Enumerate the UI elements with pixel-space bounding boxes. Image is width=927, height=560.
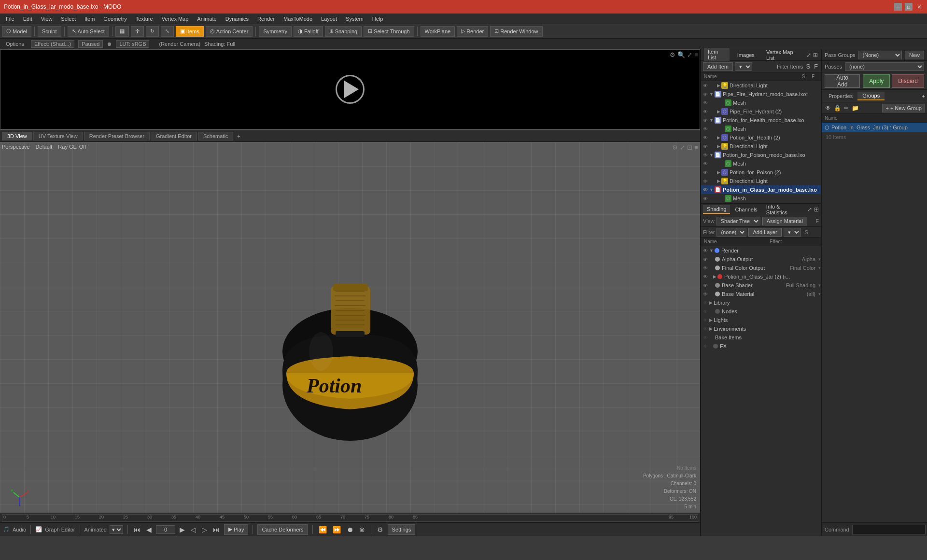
- tree-item-potion-poison-group[interactable]: 👁 ▶ ⬡ Potion_for_Poison (2): [701, 168, 821, 177]
- auto-select-button[interactable]: ↖ Auto Select: [68, 26, 109, 37]
- shade-eye-bake[interactable]: 👁: [703, 335, 708, 340]
- cache-deformers-button[interactable]: Cache Deformers: [257, 524, 308, 535]
- 3d-viewport[interactable]: Perspective Default Ray GL: Off ⚙ ⤢ ⊡ ≡: [0, 142, 700, 513]
- tree-item-potion-glass-jar-file[interactable]: 👁 ▼ 📄 Potion_in_Glass_Jar_modo_base.lxo: [701, 185, 821, 194]
- workplane-button[interactable]: WorkPlane: [421, 26, 455, 37]
- prev-key-icon[interactable]: ⏪: [317, 526, 328, 533]
- tree-item-directional-light-3[interactable]: 👁 ▶ 💡 Directional Light: [701, 177, 821, 185]
- menu-view[interactable]: View: [37, 15, 56, 23]
- tree-item-pipe-fire-hydrant-file[interactable]: 👁 ▼ 📄 Pipe_Fire_Hydrant_modo_base.lxo*: [701, 90, 821, 98]
- shade-eye-library[interactable]: 👁: [703, 300, 708, 306]
- shade-eye-alpha[interactable]: 👁: [703, 257, 708, 262]
- shade-arrow-potion[interactable]: ▶: [713, 274, 716, 279]
- group-item-potion-glass-jar[interactable]: ⬡ Potion_in_Glass_Jar (3) : Group: [822, 123, 927, 132]
- maximize-button[interactable]: □: [905, 3, 913, 11]
- tab-properties[interactable]: Properties: [824, 92, 857, 100]
- shade-eye-potion[interactable]: 👁: [703, 274, 708, 280]
- apply-button[interactable]: Apply: [863, 74, 890, 88]
- lock-icon-groups[interactable]: 🔒: [832, 105, 843, 112]
- eye-toggle-1[interactable]: 👁: [703, 83, 708, 88]
- add-item-button[interactable]: Add Item: [703, 62, 733, 71]
- render-window-button[interactable]: ⊡ Render Window: [490, 26, 542, 37]
- tree-item-directional-light-1[interactable]: 👁 ▶ 💡 Directional Light: [701, 81, 821, 90]
- menu-animate[interactable]: Animate: [193, 15, 220, 23]
- viewport-zoom-icon[interactable]: 🔍: [677, 51, 685, 58]
- tree-item-potion-health-file[interactable]: 👁 ▼ 📄 Potion_for_Health_modo_base.lxo: [701, 116, 821, 125]
- tree-item-potion-health-group[interactable]: 👁 ▶ ⬡ Potion_for_Health (2): [701, 133, 821, 142]
- viewport-expand-icon[interactable]: ⤢: [687, 51, 692, 58]
- groups-content[interactable]: ⬡ Potion_in_Glass_Jar (3) : Group 10 Ite…: [822, 123, 927, 522]
- item-list-content[interactable]: 👁 ▶ 💡 Directional Light 👁 ▼ 📄 Pipe_Fire_…: [701, 81, 821, 203]
- assign-material-button[interactable]: Assign Material: [762, 217, 807, 225]
- tab-3d-view[interactable]: 3D View: [2, 132, 32, 140]
- eye-toggle-2[interactable]: 👁: [703, 92, 708, 97]
- shade-eye-base-shader[interactable]: 👁: [703, 283, 708, 288]
- passes-dropdown[interactable]: (none): [845, 62, 924, 71]
- eye-toggle-14[interactable]: 👁: [703, 196, 708, 201]
- items-button[interactable]: ▣ Items: [176, 26, 204, 37]
- timeline-track[interactable]: 0 5 10 15 20 25 30 35 40 45 50 55 60 65 …: [2, 514, 698, 522]
- tab-schematic[interactable]: Schematic: [198, 132, 233, 140]
- shading-content[interactable]: 👁 ▼ Render 👁 Alpha Output Alpha ▾: [701, 246, 821, 536]
- minimize-button[interactable]: ─: [894, 3, 902, 11]
- menu-vertex-map[interactable]: Vertex Map: [158, 15, 193, 23]
- expand-icon[interactable]: ⤢: [806, 52, 811, 58]
- record-key-icon[interactable]: ⏺: [345, 526, 355, 533]
- tree-item-mesh-2[interactable]: 👁 ⬡ Mesh: [701, 125, 821, 133]
- eye-toggle-4[interactable]: 👁: [703, 109, 708, 114]
- settings-button[interactable]: Settings: [388, 524, 416, 535]
- expand-arrow-5[interactable]: ▶: [717, 135, 720, 140]
- shading-expand-icon[interactable]: ⤢: [807, 206, 812, 213]
- tree-item-directional-light-2[interactable]: 👁 ▶ 💡 Directional Light: [701, 142, 821, 151]
- folder-icon-groups[interactable]: 📁: [850, 105, 860, 112]
- play-forward-button[interactable]: ▷: [200, 526, 209, 533]
- discard-button[interactable]: Discard: [892, 74, 924, 88]
- eye-icon-groups[interactable]: 👁: [824, 105, 832, 112]
- eye-toggle-3[interactable]: 👁: [703, 100, 708, 106]
- shade-eye-environments[interactable]: 👁: [703, 326, 708, 332]
- tree-item-mesh-1[interactable]: 👁 ⬡ Mesh: [701, 98, 821, 107]
- animated-dropdown[interactable]: ▾: [110, 525, 123, 534]
- tree-item-potion-poison-file[interactable]: 👁 ▼ 📄 Potion_for_Poison_modo_base.lxo: [701, 151, 821, 159]
- scale-tool-button[interactable]: ⤡: [161, 26, 174, 37]
- filter-s-icon[interactable]: S: [805, 63, 811, 70]
- shade-arrow-render[interactable]: ▼: [709, 248, 714, 253]
- symmetry-button[interactable]: Symmetry: [259, 26, 292, 37]
- viewport-settings-btn[interactable]: ⚙: [672, 144, 678, 151]
- delete-key-icon[interactable]: ⊗: [358, 526, 366, 533]
- eye-toggle-13[interactable]: 👁: [703, 187, 708, 193]
- expand-arrow-3[interactable]: ▶: [717, 109, 720, 114]
- menu-maxtoModo[interactable]: MaxToModo: [280, 15, 316, 23]
- command-input[interactable]: [852, 525, 926, 534]
- next-frame-button[interactable]: ▶: [178, 526, 186, 533]
- next-key-icon[interactable]: ⏩: [331, 526, 342, 533]
- shade-item-library[interactable]: 👁 ▶ Library: [701, 298, 821, 307]
- add-layer-button[interactable]: Add Layer: [748, 228, 781, 237]
- play-reverse-button[interactable]: ◁: [189, 526, 197, 533]
- viewport-toggle-btn[interactable]: ⤢: [680, 144, 685, 151]
- eye-toggle-12[interactable]: 👁: [703, 179, 708, 184]
- new-group-button[interactable]: + + New Group: [882, 104, 925, 112]
- eye-toggle-8[interactable]: 👁: [703, 144, 708, 149]
- groups-add-icon[interactable]: +: [922, 93, 925, 99]
- expand-arrow-2[interactable]: ▼: [709, 92, 714, 97]
- menu-item[interactable]: Item: [81, 15, 98, 23]
- rotate-tool-button[interactable]: ↻: [146, 26, 159, 37]
- tab-info-statistics[interactable]: Info & Statistics: [762, 203, 806, 216]
- shade-item-base-shader[interactable]: 👁 Base Shader Full Shading ▾: [701, 281, 821, 290]
- viewport-settings-icon[interactable]: ⚙: [670, 51, 675, 58]
- sculpt-mode-button[interactable]: Sculpt: [38, 26, 61, 37]
- play-button-bar[interactable]: ▶ Play: [224, 524, 248, 535]
- tab-vertex-map-list[interactable]: Vertex Map List: [762, 48, 802, 62]
- goto-end-button[interactable]: ⏭: [211, 526, 221, 533]
- eye-toggle-9[interactable]: 👁: [703, 153, 708, 158]
- menu-geometry[interactable]: Geometry: [99, 15, 130, 23]
- model-mode-button[interactable]: ⬡ Model: [2, 26, 31, 37]
- shade-item-alpha[interactable]: 👁 Alpha Output Alpha ▾: [701, 255, 821, 264]
- menu-select[interactable]: Select: [57, 15, 80, 23]
- auto-add-button[interactable]: Auto Add: [825, 74, 860, 88]
- eye-toggle-7[interactable]: 👁: [703, 135, 708, 140]
- shade-arrow-library[interactable]: ▶: [709, 300, 713, 305]
- frame-input[interactable]: [156, 525, 175, 534]
- shade-eye-final[interactable]: 👁: [703, 266, 708, 271]
